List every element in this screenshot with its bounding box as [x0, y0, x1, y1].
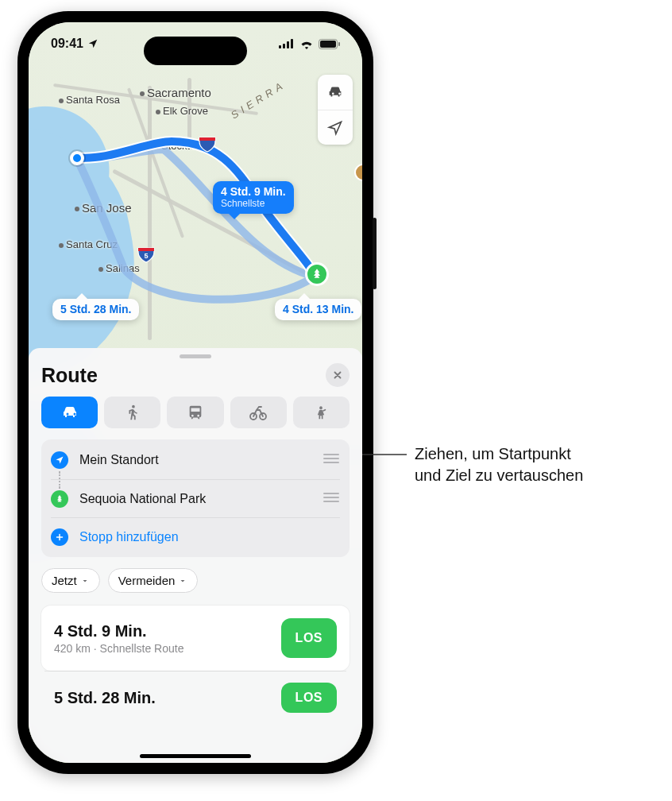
wifi-icon: [299, 39, 314, 49]
route-stops-card: Mein Standort Sequoia National Park Stop…: [41, 439, 350, 557]
bike-icon: [249, 403, 268, 422]
tree-icon: [311, 268, 323, 281]
walk-icon: [124, 404, 141, 421]
directions-sheet: Route Mein Standort: [29, 348, 362, 763]
route-result-2[interactable]: 5 Std. 28 Min. LOS: [41, 671, 350, 713]
close-icon: [332, 370, 343, 381]
transport-mode-selector: [41, 397, 350, 428]
mode-cycle[interactable]: [230, 397, 287, 428]
drag-handle-icon: [322, 453, 340, 464]
my-location-icon: [51, 451, 68, 469]
svg-point-8: [132, 405, 135, 408]
destination-icon: [51, 490, 68, 508]
mode-drive[interactable]: [41, 397, 98, 428]
svg-text:5: 5: [144, 252, 148, 260]
svg-rect-3: [291, 39, 293, 48]
cellular-icon: [279, 39, 295, 48]
route-tip-primary[interactable]: 4 Std. 9 Min. Schnellste: [213, 181, 294, 214]
phone-frame: 09:41 SIERRA Santa Rosa Sacramento Elk G…: [17, 11, 373, 774]
route-end-marker: [305, 262, 329, 286]
route-tip-alt1[interactable]: 5 Std. 28 Min.: [52, 299, 139, 320]
svg-rect-5: [320, 41, 336, 48]
svg-rect-6: [338, 42, 340, 46]
callout-text: Ziehen, um Startpunkt und Ziel zu vertau…: [415, 443, 583, 486]
screen: 09:41 SIERRA Santa Rosa Sacramento Elk G…: [29, 22, 362, 763]
svg-rect-2: [287, 41, 289, 48]
go-button[interactable]: LOS: [281, 683, 337, 713]
mode-transit[interactable]: [167, 397, 223, 428]
go-button[interactable]: LOS: [281, 618, 337, 658]
location-arrow-icon: [327, 120, 343, 136]
battery-icon: [319, 39, 340, 49]
close-button[interactable]: [326, 363, 350, 387]
leave-now-pill[interactable]: Jetzt: [41, 568, 100, 593]
stop-origin-label: Mein Standort: [79, 453, 159, 467]
result-time: 4 Std. 9 Min.: [54, 622, 183, 640]
route-start-marker: [70, 151, 84, 165]
drag-handle-icon: [322, 492, 340, 503]
status-time: 09:41: [51, 37, 83, 51]
sheet-grabber[interactable]: [180, 354, 211, 358]
svg-rect-0: [279, 45, 281, 48]
reorder-handle-origin[interactable]: [322, 453, 340, 467]
route-options-row: Jetzt Vermeiden: [41, 568, 350, 593]
result-meta: 420 km · Schnellste Route: [54, 642, 183, 655]
chevron-down-icon: [80, 576, 90, 586]
location-services-icon: [87, 38, 98, 49]
route-result-1[interactable]: 4 Std. 9 Min. 420 km · Schnellste Route …: [41, 606, 350, 671]
route-results: 4 Std. 9 Min. 420 km · Schnellste Route …: [41, 606, 350, 713]
svg-point-11: [320, 406, 323, 409]
stop-origin-row[interactable]: Mein Standort: [51, 441, 340, 479]
rideshare-icon: [313, 404, 329, 421]
car-icon: [60, 403, 79, 422]
mode-rideshare[interactable]: [293, 397, 350, 428]
stop-destination-label: Sequoia National Park: [79, 492, 206, 506]
reorder-handle-destination[interactable]: [322, 492, 340, 506]
mode-walk[interactable]: [104, 397, 160, 428]
avoid-pill[interactable]: Vermeiden: [108, 568, 199, 593]
svg-rect-1: [283, 44, 285, 48]
route-tip-alt2[interactable]: 4 Std. 13 Min.: [275, 299, 361, 320]
add-stop-icon: [51, 528, 68, 546]
transit-icon: [187, 404, 204, 421]
add-stop-row[interactable]: Stopp hinzufügen: [51, 517, 340, 555]
locate-me-button[interactable]: [318, 110, 353, 145]
chevron-down-icon: [178, 576, 187, 586]
transport-mode-button[interactable]: [318, 75, 353, 110]
home-indicator[interactable]: [140, 754, 251, 758]
car-icon: [326, 83, 344, 101]
result-time: 5 Std. 28 Min.: [54, 689, 156, 707]
add-stop-label: Stopp hinzufügen: [79, 530, 179, 544]
dynamic-island: [144, 37, 247, 65]
stop-destination-row[interactable]: Sequoia National Park: [51, 479, 340, 517]
map-controls: [318, 75, 353, 145]
sheet-title: Route: [41, 364, 98, 387]
